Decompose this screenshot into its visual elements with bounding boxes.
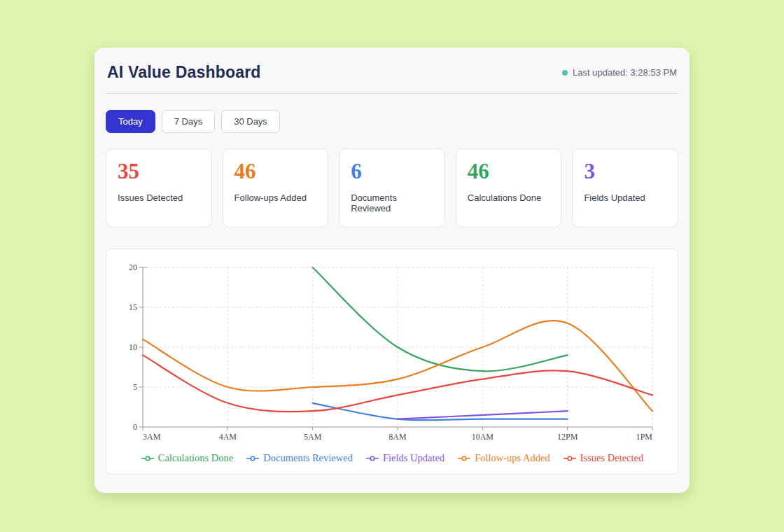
legend-item[interactable]: Calculations Done <box>141 452 234 464</box>
stat-value: 6 <box>351 160 433 183</box>
stat-card-documents-reviewed: 6 Documents Reviewed <box>339 148 445 227</box>
legend-item[interactable]: Follow-ups Added <box>457 452 550 464</box>
last-updated-status: Last updated: 3:28:53 PM <box>562 67 677 78</box>
chart-card: 051015203AM4AM5AM8AM10AM12PM1PM Calculat… <box>106 248 678 475</box>
svg-text:3AM: 3AM <box>143 432 161 442</box>
legend-item[interactable]: Issues Detected <box>563 452 644 464</box>
legend-marker-icon <box>457 455 471 462</box>
tab-today[interactable]: Today <box>106 110 155 133</box>
page-title: AI Value Dashboard <box>107 63 261 82</box>
svg-text:12PM: 12PM <box>557 432 578 442</box>
tab-30-days[interactable]: 30 Days <box>221 110 280 133</box>
line-chart: 051015203AM4AM5AM8AM10AM12PM1PM <box>113 260 671 449</box>
svg-text:4AM: 4AM <box>219 432 237 442</box>
time-range-tabs: Today 7 Days 30 Days <box>106 110 678 133</box>
header-divider <box>106 93 678 94</box>
legend-label: Calculations Done <box>158 452 234 464</box>
svg-text:0: 0 <box>133 422 137 432</box>
stat-label: Calculations Done <box>468 192 550 203</box>
svg-text:20: 20 <box>129 262 137 272</box>
stat-value: 3 <box>584 160 666 183</box>
stat-card-calculations-done: 46 Calculations Done <box>456 148 562 227</box>
tab-7-days[interactable]: 7 Days <box>162 110 215 133</box>
status-dot-icon <box>562 70 568 76</box>
legend-marker-icon <box>141 455 155 462</box>
svg-text:15: 15 <box>129 302 137 312</box>
stats-row: 35 Issues Detected 46 Follow-ups Added 6… <box>106 148 678 227</box>
legend-label: Fields Updated <box>383 452 444 464</box>
stat-value: 46 <box>468 160 550 183</box>
legend-label: Issues Detected <box>580 452 644 464</box>
header-bar: AI Value Dashboard Last updated: 3:28:53… <box>106 63 678 82</box>
legend-marker-icon <box>246 455 260 462</box>
last-updated-text: Last updated: 3:28:53 PM <box>573 67 677 78</box>
stat-label: Documents Reviewed <box>351 192 433 214</box>
dashboard-card: AI Value Dashboard Last updated: 3:28:53… <box>94 48 690 493</box>
svg-text:10: 10 <box>129 342 137 352</box>
stat-value: 46 <box>234 160 317 183</box>
legend-label: Follow-ups Added <box>475 452 550 464</box>
legend-item[interactable]: Documents Reviewed <box>246 452 353 464</box>
stat-card-follow-ups-added: 46 Follow-ups Added <box>223 148 329 227</box>
stat-card-fields-updated: 3 Fields Updated <box>572 148 678 227</box>
legend-item[interactable]: Fields Updated <box>365 452 444 464</box>
page-background: { "header": { "title": "AI Value Dashboa… <box>0 0 784 532</box>
svg-text:10AM: 10AM <box>472 432 494 442</box>
stat-card-issues-detected: 35 Issues Detected <box>106 148 212 227</box>
stat-label: Issues Detected <box>118 192 200 203</box>
legend-label: Documents Reviewed <box>263 452 353 464</box>
line-chart-svg: 051015203AM4AM5AM8AM10AM12PM1PM <box>113 260 671 447</box>
chart-legend: Calculations DoneDocuments ReviewedField… <box>113 452 671 464</box>
svg-text:5: 5 <box>133 382 137 392</box>
svg-text:5AM: 5AM <box>304 432 322 442</box>
svg-text:8AM: 8AM <box>388 432 407 442</box>
svg-text:1PM: 1PM <box>636 432 653 442</box>
legend-marker-icon <box>563 455 577 462</box>
stat-value: 35 <box>118 160 200 183</box>
legend-marker-icon <box>365 455 379 462</box>
stat-label: Follow-ups Added <box>234 192 317 203</box>
stat-label: Fields Updated <box>584 192 666 203</box>
